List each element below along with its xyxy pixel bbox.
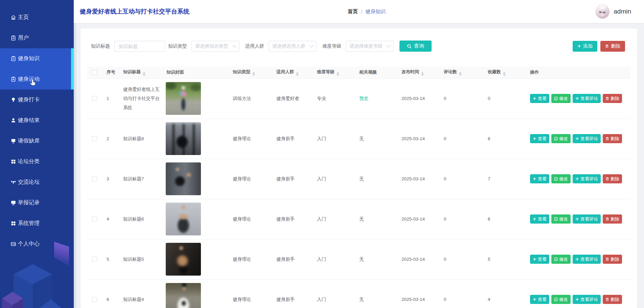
row-delete-button[interactable]: 删除 (603, 255, 622, 264)
row-delete-button[interactable]: 删除 (603, 134, 622, 143)
sidebar-item-fitness-knowledge[interactable]: 健身知识 (0, 48, 74, 69)
row-checkbox[interactable] (92, 176, 97, 181)
sidebar-item-label: 主页 (18, 14, 29, 21)
row-view-comments-button[interactable]: 查看评论 (573, 214, 601, 224)
row-checkbox[interactable] (92, 136, 97, 141)
filter-level-select[interactable]: 请选择难度等级 (346, 41, 394, 52)
video-preview-link[interactable]: 预览 (359, 96, 368, 101)
row-view-comments-button[interactable]: 查看评论 (573, 174, 601, 183)
row-view-comments-button[interactable]: 查看评论 (573, 134, 601, 143)
app-root: 主页用户健身知识健身运动健身打卡健身结束请假缺席论坛分类交流论坛举报记录系统管理… (0, 0, 644, 308)
chevron-down-icon (386, 43, 391, 48)
sort-icon[interactable] (421, 72, 424, 76)
delete-button[interactable]: 删除 (600, 41, 625, 52)
monitor-icon (10, 200, 16, 206)
knowledge-cover-image (166, 162, 201, 195)
cell-video: 无 (355, 119, 397, 159)
filter-type-select[interactable]: 请选择知识类型 (191, 41, 239, 52)
row-view-comments-button[interactable]: 查看评论 (573, 295, 601, 304)
table-row: 6知识标题4健身理论健身新手入门无2025-03-1404查看修改查看评论删除 (87, 279, 630, 308)
filter-type-label: 知识类型 (168, 43, 187, 49)
sidebar-item-label: 健身知识 (18, 55, 40, 62)
select-all-checkbox[interactable] (92, 70, 97, 75)
sidebar-item-fitness-checkin[interactable]: 健身打卡 (0, 89, 74, 110)
column-header-actions: 操作 (526, 67, 630, 78)
column-header-date[interactable]: 发布时间 (397, 67, 440, 78)
breadcrumb-home[interactable]: 首页 (348, 8, 358, 15)
row-edit-button[interactable]: 修改 (551, 214, 571, 224)
sidebar-item-forum[interactable]: 交流论坛 (0, 172, 74, 192)
sort-icon[interactable] (296, 72, 299, 76)
topbar: 健身爱好者线上互动与打卡社交平台系统 首页 / 健身知识 admin (74, 0, 644, 23)
sidebar-item-label: 交流论坛 (18, 179, 40, 186)
sidebar-item-fitness-finish[interactable]: 健身结束 (0, 110, 74, 131)
sort-icon[interactable] (459, 72, 462, 76)
sidebar-item-home[interactable]: 主页 (0, 7, 74, 28)
column-header-favorites[interactable]: 收藏数 (484, 67, 526, 78)
row-edit-button[interactable]: 修改 (551, 255, 571, 264)
cell-type: 健身理论 (229, 119, 272, 159)
cell-video: 无 (355, 199, 397, 239)
row-view-button[interactable]: 查看 (530, 295, 549, 304)
row-checkbox[interactable] (92, 257, 97, 262)
chevron-down-icon (232, 43, 236, 48)
row-view-button[interactable]: 查看 (530, 214, 549, 224)
row-view-button[interactable]: 查看 (530, 174, 549, 183)
cell-video: 无 (355, 159, 397, 199)
sidebar-item-leave-absence[interactable]: 请假缺席 (0, 131, 74, 151)
row-edit-button[interactable]: 修改 (551, 94, 571, 103)
add-button[interactable]: 添加 (573, 41, 597, 52)
cell-title: 知识标题6 (119, 199, 162, 239)
cell-title: 知识标题5 (119, 239, 162, 279)
row-delete-button[interactable]: 删除 (603, 174, 622, 183)
sidebar-item-report-records[interactable]: 举报记录 (0, 192, 74, 213)
row-view-button[interactable]: 查看 (530, 134, 549, 143)
cell-date: 2025-03-14 (397, 119, 440, 159)
cell-type: 健身理论 (229, 199, 272, 239)
sidebar-decoration-cube-mid (40, 299, 62, 308)
cell-level: 入门 (313, 279, 355, 308)
filter-title-input[interactable] (114, 41, 165, 52)
filter-audience-select[interactable]: 请选择适用人群 (269, 41, 317, 52)
row-edit-button[interactable]: 修改 (551, 134, 571, 143)
row-delete-button[interactable]: 删除 (603, 295, 622, 304)
sidebar-item-forum-category[interactable]: 论坛分类 (0, 151, 74, 172)
row-delete-button[interactable]: 删除 (603, 214, 622, 224)
row-delete-button[interactable]: 删除 (603, 94, 622, 103)
filter-type-placeholder: 请选择知识类型 (195, 43, 228, 49)
cell-comments: 0 (440, 119, 484, 159)
column-header-audience[interactable]: 适用人群 (272, 67, 313, 78)
avatar[interactable] (595, 4, 610, 19)
column-header-comments[interactable]: 评论数 (440, 67, 484, 78)
row-edit-button[interactable]: 修改 (551, 174, 571, 183)
sort-icon[interactable] (143, 72, 145, 76)
cell-index: 1 (101, 78, 119, 119)
sidebar-item-users[interactable]: 用户 (0, 28, 74, 48)
sort-icon[interactable] (252, 72, 255, 76)
page-title: 健身爱好者线上互动与打卡社交平台系统 (80, 0, 189, 23)
row-view-button[interactable]: 查看 (530, 255, 549, 264)
cell-level: 入门 (313, 159, 355, 199)
sidebar-item-label: 用户 (18, 34, 29, 42)
cell-title: 知识标题4 (119, 279, 162, 308)
search-button[interactable]: 查询 (399, 41, 432, 52)
row-view-button[interactable]: 查看 (530, 94, 549, 103)
sort-icon[interactable] (337, 72, 339, 76)
cell-title: 知识标题7 (119, 159, 162, 199)
row-checkbox[interactable] (92, 216, 97, 222)
row-edit-button[interactable]: 修改 (551, 295, 571, 304)
user-menu[interactable]: admin (595, 0, 631, 23)
table-row: 1健身爱好者线上互动与打卡社交平台系统训练方法健身爱好者专业预览2025-03-… (87, 78, 630, 119)
column-header-title[interactable]: 知识标题 (119, 67, 162, 78)
row-checkbox[interactable] (92, 297, 97, 302)
column-header-type[interactable]: 知识类型 (229, 67, 272, 78)
row-view-comments-button[interactable]: 查看评论 (573, 94, 601, 103)
row-view-comments-button[interactable]: 查看评论 (573, 255, 601, 264)
row-checkbox[interactable] (92, 96, 97, 101)
id-card-icon (10, 241, 16, 247)
sidebar-item-system-management[interactable]: 系统管理 (0, 213, 74, 234)
cell-favorites: 0 (484, 78, 526, 119)
sort-icon[interactable] (503, 72, 506, 76)
cell-audience: 健身新手 (272, 279, 313, 308)
column-header-level[interactable]: 难度等级 (313, 67, 355, 78)
